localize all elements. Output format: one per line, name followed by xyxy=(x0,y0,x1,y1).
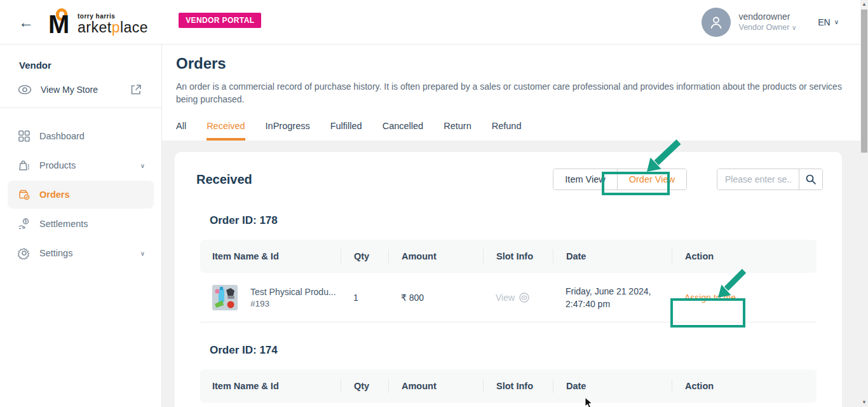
chevron-down-icon: ∨ xyxy=(834,18,839,25)
search-button[interactable] xyxy=(799,169,822,190)
eye-icon xyxy=(18,85,32,95)
tab-fulfilled[interactable]: Fulfilled xyxy=(330,121,362,141)
col-action: Action xyxy=(672,379,817,393)
bag-icon xyxy=(18,159,31,172)
table-header-row: Item Name & Id Qty Amount Slot Info Date… xyxy=(200,240,817,273)
item-view-button[interactable]: Item View xyxy=(553,169,616,190)
col-action: Action xyxy=(672,249,817,263)
product-thumbnail xyxy=(212,285,238,310)
chevron-down-icon: ∨ xyxy=(792,24,796,31)
gear-icon xyxy=(18,247,31,259)
tab-refund[interactable]: Refund xyxy=(492,121,522,141)
sidebar-item-label: Settlements xyxy=(39,219,88,229)
card-title: Received xyxy=(196,172,252,187)
order-table: Item Name & Id Qty Amount Slot Info Date… xyxy=(200,240,817,322)
sidebar-item-orders[interactable]: Orders xyxy=(8,181,154,209)
eye-circle-icon xyxy=(519,292,530,303)
order-section: Order ID: 174 Item Name & Id Qty Amount … xyxy=(194,344,823,403)
sidebar-item-label: Products xyxy=(39,160,76,170)
col-item-name: Item Name & Id xyxy=(200,381,341,391)
date-value: Friday, June 21 2024, 2:47:40 pm xyxy=(553,285,672,310)
chevron-down-icon: ∨ xyxy=(140,162,145,169)
sidebar-item-label: Dashboard xyxy=(39,131,85,141)
sidebar-item-settings[interactable]: Settings ∨ xyxy=(8,239,154,267)
logo-text: torry harris arketplace xyxy=(78,13,148,36)
col-amount: Amount xyxy=(388,249,483,263)
search-input[interactable] xyxy=(717,169,799,190)
tab-inprogress[interactable]: InProgress xyxy=(266,121,310,141)
order-table: Item Name & Id Qty Amount Slot Info Date… xyxy=(200,369,817,403)
language-selector[interactable]: EN ∨ xyxy=(818,17,839,27)
tab-all[interactable]: All xyxy=(176,121,186,141)
amount-value: ₹ 800 xyxy=(388,293,483,303)
sidebar-section-title: Vendor xyxy=(0,56,161,79)
col-amount: Amount xyxy=(388,379,483,393)
brand-p: p xyxy=(112,19,120,36)
received-orders-card: Received Item View Order View xyxy=(175,152,842,407)
item-id: #193 xyxy=(250,299,336,308)
user-name: vendorowner xyxy=(738,11,796,22)
external-link-icon[interactable] xyxy=(130,83,142,96)
order-status-tabs: All Received InProgress Fulfilled Cancel… xyxy=(162,106,860,141)
col-qty: Qty xyxy=(341,379,388,393)
tab-received[interactable]: Received xyxy=(207,121,245,141)
order-view-button[interactable]: Order View xyxy=(617,169,686,190)
item-name[interactable]: Test Physical Produ... xyxy=(250,287,336,297)
person-icon xyxy=(709,15,724,30)
user-role-label: Vendor Owner xyxy=(738,23,789,32)
slot-view-label: View xyxy=(496,293,515,303)
scrollbar-down-arrow[interactable]: ▼ xyxy=(860,398,868,407)
view-toggle-group: Item View Order View xyxy=(553,169,687,190)
settlements-icon xyxy=(18,217,31,230)
scrollbar-thumb[interactable] xyxy=(861,10,867,153)
sidebar-item-label: Orders xyxy=(39,190,70,200)
order-id-heading: Order ID: 174 xyxy=(210,344,823,357)
marketplace-logo: M torry harris arketplace xyxy=(48,8,148,36)
table-header-row: Item Name & Id Qty Amount Slot Info Date… xyxy=(200,369,817,403)
sidebar-item-label: Settings xyxy=(39,248,72,258)
assign-to-me-link[interactable]: Assign to me xyxy=(684,293,736,303)
sidebar: Vendor View My Store xyxy=(0,45,162,407)
order-id-heading: Order ID: 178 xyxy=(210,214,823,227)
tab-cancelled[interactable]: Cancelled xyxy=(383,121,424,141)
content-background: Received Item View Order View xyxy=(162,141,860,407)
qty-value: 1 xyxy=(341,293,388,303)
page-title: Orders xyxy=(176,55,844,72)
user-menu[interactable]: vendorowner Vendor Owner ∨ xyxy=(702,8,796,37)
order-section: Order ID: 178 Item Name & Id Qty Amount … xyxy=(194,214,823,322)
col-date: Date xyxy=(553,249,672,263)
search-icon xyxy=(805,174,817,185)
main-content: Orders An order is a commercial record o… xyxy=(162,45,860,407)
sidebar-item-dashboard[interactable]: Dashboard xyxy=(8,122,154,150)
back-button[interactable]: ← xyxy=(17,13,36,32)
orders-icon xyxy=(18,188,31,201)
user-role-dropdown[interactable]: Vendor Owner ∨ xyxy=(738,22,796,33)
logo-m-icon: M xyxy=(48,8,76,36)
vendor-portal-badge: VENDOR PORTAL xyxy=(179,13,261,28)
col-qty: Qty xyxy=(341,249,388,263)
sidebar-item-products[interactable]: Products ∨ xyxy=(8,151,154,179)
col-item-name: Item Name & Id xyxy=(200,251,341,261)
col-date: Date xyxy=(553,379,672,393)
table-row: Test Physical Produ... #193 1 ₹ 800 Vie xyxy=(200,273,817,322)
page-scrollbar[interactable]: ▲ ▼ xyxy=(860,0,868,407)
logo-letter: M xyxy=(48,10,68,39)
page-description: An order is a commercial record of purch… xyxy=(176,80,844,106)
scrollbar-up-arrow[interactable]: ▲ xyxy=(860,0,868,9)
sidebar-item-settlements[interactable]: Settlements xyxy=(8,210,154,238)
avatar xyxy=(702,8,731,37)
brand-main-text: arketplace xyxy=(78,20,148,35)
col-slot-info: Slot Info xyxy=(483,249,553,263)
view-my-store-link[interactable]: View My Store xyxy=(0,79,161,107)
slot-view-link: View xyxy=(496,292,553,303)
chevron-down-icon: ∨ xyxy=(140,250,145,257)
grid-icon xyxy=(18,130,31,142)
brand-post: lace xyxy=(120,19,148,36)
language-label: EN xyxy=(818,17,830,27)
tab-return[interactable]: Return xyxy=(444,121,471,141)
col-slot-info: Slot Info xyxy=(483,379,553,393)
sidebar-nav: Dashboard Products ∨ xyxy=(0,108,161,267)
top-header: ← M torry harris arketplace VENDOR PORTA… xyxy=(0,0,868,45)
view-my-store-label: View My Store xyxy=(41,85,130,95)
brand-pre: arket xyxy=(78,19,112,36)
